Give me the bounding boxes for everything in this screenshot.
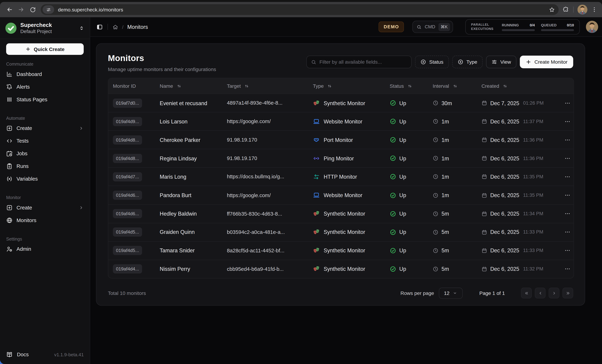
sidebar-item-monitors[interactable]: Monitors	[3, 214, 86, 227]
browser-profile-avatar[interactable]	[577, 5, 587, 15]
section-label-settings: Settings	[6, 237, 84, 241]
project-switcher[interactable]: Supercheck Default Project	[0, 17, 90, 39]
table-row[interactable]: 019af4d5... Tamara Snider 8a28cf5d-ac11-…	[108, 241, 574, 260]
table-row[interactable]: 019af4d5... Graiden Quinn b03594c2-a0ca-…	[108, 223, 574, 241]
command-kbd: ⌘K	[438, 23, 450, 31]
row-actions-button[interactable]	[564, 211, 570, 217]
sidebar-item-jobs[interactable]: Jobs	[3, 147, 86, 160]
row-actions-button[interactable]	[564, 174, 570, 180]
table-row[interactable]: 019af7d0... Eveniet et recusand 4897a14f…	[108, 94, 574, 112]
sort-icon[interactable]	[407, 83, 412, 88]
url-text[interactable]: demo.supercheck.io/monitors	[58, 7, 548, 12]
row-actions-button[interactable]	[564, 137, 570, 143]
column-interval[interactable]: Interval	[433, 83, 481, 89]
monitor-name: Cherokee Parker	[160, 137, 227, 143]
sidebar-item-dashboard[interactable]: Dashboard	[3, 68, 86, 81]
interval-text: 5m	[441, 247, 449, 254]
sidebar-item-create-automation[interactable]: Create	[3, 122, 86, 135]
monitor-name: Nissim Perry	[160, 266, 227, 272]
row-actions-button[interactable]	[564, 229, 570, 235]
type-filter-button[interactable]: Type	[452, 56, 483, 68]
created-date: Dec 6, 2025	[490, 155, 519, 161]
first-page-button[interactable]	[521, 288, 532, 299]
book-open-icon	[6, 351, 13, 358]
interval-text: 30m	[441, 100, 452, 106]
status-text: Up	[399, 137, 406, 143]
user-avatar[interactable]	[586, 21, 598, 33]
chevrons-up-down-icon[interactable]	[79, 25, 85, 31]
sidebar-item-runs[interactable]: Runs	[3, 160, 86, 173]
sort-icon[interactable]	[452, 83, 457, 88]
created-time: 11:35 PM	[523, 193, 543, 198]
row-actions-button[interactable]	[564, 118, 570, 125]
panel-left-icon[interactable]	[96, 24, 103, 30]
interval-text: 5m	[441, 211, 449, 217]
view-button[interactable]: View	[486, 56, 516, 68]
interval-text: 5m	[441, 266, 449, 272]
square-plus-icon	[6, 125, 13, 132]
url-bar[interactable]: demo.supercheck.io/monitors	[41, 4, 559, 15]
rows-per-page-select[interactable]: 12	[439, 288, 462, 299]
sidebar-item-tests[interactable]: Tests	[3, 135, 86, 147]
monitor-id-chip: 019af4d9...	[113, 117, 142, 126]
next-page-button[interactable]	[549, 288, 559, 299]
site-settings-icon[interactable]	[43, 5, 54, 14]
table-row[interactable]: 019af4d6... Pandora Burt https://google.…	[108, 186, 574, 204]
reload-icon[interactable]	[27, 4, 38, 15]
created-time: 11:33 PM	[523, 248, 543, 253]
browser-chrome: demo.supercheck.io/monitors	[0, 0, 602, 17]
back-icon[interactable]	[4, 4, 15, 15]
row-actions-button[interactable]	[564, 266, 570, 272]
column-type[interactable]: Type	[313, 83, 390, 89]
home-icon[interactable]	[112, 24, 118, 30]
sort-icon[interactable]	[244, 83, 249, 88]
column-status[interactable]: Status	[390, 83, 433, 89]
sort-icon[interactable]	[177, 83, 182, 88]
browser-menu-icon[interactable]	[591, 7, 597, 13]
sidebar-item-create-monitor[interactable]: Create	[3, 201, 86, 214]
monitor-id-chip: 019af4d5...	[113, 246, 142, 255]
table-row[interactable]: 019af4d4... Nissim Perry cbb95ed4-b6a9-4…	[108, 260, 574, 278]
monitor-name: Pandora Burt	[160, 192, 227, 198]
table-row[interactable]: 019af4d7... Maris Long https://docs.bull…	[108, 167, 574, 186]
column-target[interactable]: Target	[227, 83, 313, 89]
sidebar-item-variables[interactable]: Variables	[3, 173, 86, 185]
table-row[interactable]: 019af4d9... Lois Larson https://google.c…	[108, 112, 574, 130]
sort-icon[interactable]	[503, 83, 508, 88]
clock-icon	[433, 100, 439, 106]
monitor-id-chip: 019af4d6...	[113, 209, 142, 218]
column-created[interactable]: Created	[481, 83, 560, 89]
command-search-button[interactable]: CMD ⌘K	[412, 21, 453, 33]
table-row[interactable]: 019af4d8... Regina Lindsay 91.98.19.170	[108, 149, 574, 167]
table-row[interactable]: 019af4d8... Cherokee Parker 91.98.19.170	[108, 130, 574, 149]
previous-page-button[interactable]	[535, 288, 546, 299]
filter-input[interactable]	[320, 59, 407, 65]
docs-link[interactable]: Docs	[17, 352, 29, 357]
quick-create-button[interactable]: Quick Create	[6, 43, 84, 55]
monitor-type-label: Synthetic Monitor	[324, 266, 365, 272]
filter-field[interactable]	[306, 56, 412, 68]
row-actions-button[interactable]	[564, 192, 570, 198]
globe-icon	[6, 217, 13, 224]
interval-text: 1m	[441, 174, 449, 180]
row-actions-button[interactable]	[564, 155, 570, 161]
forward-icon[interactable]	[15, 4, 27, 15]
calendar-icon	[481, 118, 487, 124]
table-row[interactable]: 019af4d6... Hedley Baldwin ff766b35-830c…	[108, 204, 574, 223]
last-page-button[interactable]	[562, 288, 573, 299]
breadcrumb-slash: /	[122, 24, 124, 30]
chevron-down-icon	[452, 291, 457, 295]
sidebar-item-status-pages[interactable]: Status Pages	[3, 93, 86, 106]
sidebar-item-alerts[interactable]: Alerts	[3, 81, 86, 93]
bookmark-star-icon[interactable]	[549, 6, 555, 13]
monitor-target: cbb95ed4-b6a9-41fd-b...	[227, 266, 313, 272]
extensions-icon[interactable]	[562, 6, 569, 13]
column-name[interactable]: Name	[160, 83, 227, 89]
row-actions-button[interactable]	[564, 100, 570, 106]
sidebar: Supercheck Default Project Quick Create …	[0, 17, 90, 364]
sort-icon[interactable]	[327, 83, 332, 88]
sidebar-item-admin[interactable]: Admin	[3, 243, 86, 256]
row-actions-button[interactable]	[564, 247, 570, 254]
create-monitor-button[interactable]: Create Monitor	[520, 56, 573, 68]
status-filter-button[interactable]: Status	[415, 56, 449, 68]
